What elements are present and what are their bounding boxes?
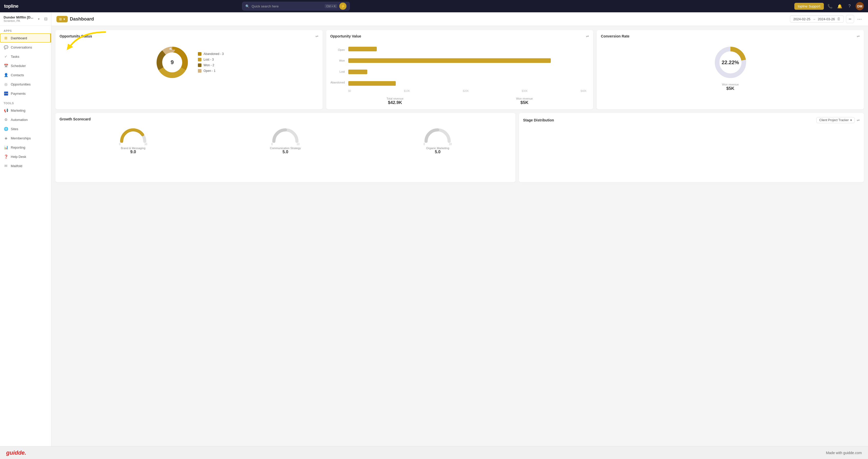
search-bar[interactable]: 🔍 Quick search here Ctrl + K ⚡ (242, 2, 350, 10)
sidebar-item-marketing[interactable]: 📢 Marketing (0, 106, 51, 115)
date-range-picker[interactable]: 2024-02-25 → 2024-03-26 🗓 (790, 16, 844, 23)
search-shortcut: Ctrl + K (325, 4, 337, 8)
sidebar-item-label-sites: Sites (11, 127, 18, 131)
layout-toggle-icon[interactable]: ⊟ (44, 17, 48, 21)
tools-section-label: Tools (0, 98, 51, 106)
opp-status-content: 9 Abandoned - 3 Lost - 3 (60, 42, 318, 83)
filter-icon-conversion[interactable]: ⇌ (857, 34, 860, 38)
workspace-switcher[interactable]: Dunder Mifflin [D... Scranton, PA ▾ ⊟ (0, 12, 51, 26)
legend-item-abandoned: Abandoned - 3 (198, 52, 224, 56)
sidebar-item-contacts[interactable]: 👤 Contacts (0, 70, 51, 80)
bar-lost (348, 69, 367, 74)
conversations-icon: 💬 (4, 45, 8, 50)
avatar[interactable]: DM (856, 2, 864, 10)
sidebar-item-scheduler[interactable]: 📅 Scheduler (0, 61, 51, 70)
contacts-icon: 👤 (4, 73, 8, 77)
bar-label-lost: Lost (330, 70, 347, 73)
sidebar-item-label-opportunities: Opportunities (11, 83, 31, 86)
dashboard-row-1: Opportunity Status ⇌ (56, 30, 864, 110)
memberships-icon: ◈ (4, 136, 8, 141)
filter-icon-stage[interactable]: ⇌ (857, 118, 860, 122)
donut-center-value: 9 (171, 59, 174, 66)
sidebar-item-reporting[interactable]: 📊 Reporting (0, 143, 51, 152)
x-label-10k: $10K (404, 90, 410, 92)
card-title-scorecard: Growth Scorecard (60, 117, 91, 121)
gauge-svg-comm (271, 127, 300, 143)
gauge-range-comm: 0 10 (271, 143, 300, 146)
legend-dot-lost (198, 58, 202, 61)
view-toggle-button[interactable]: ⊞ ▾ (57, 16, 68, 22)
sidebar-item-dashboard[interactable]: ⊞ Dashboard (0, 33, 51, 42)
gauge-organic-marketing: 0 10 Organic Marketing 5.0 (364, 127, 511, 154)
grid-icon: ⊞ (59, 17, 62, 21)
dashboard-row-2: Growth Scorecard 0 (56, 113, 864, 182)
main-content: ⊞ ▾ Dashboard 2024-02-25 → 2024-03-26 🗓 … (51, 12, 868, 459)
gauge-value-organic: 5.0 (435, 150, 440, 154)
bar-won (348, 58, 551, 63)
guidde-footer: guidde. Made with guidde.com (0, 446, 868, 459)
sidebar-item-sites[interactable]: 🌐 Sites (0, 124, 51, 133)
sidebar-item-memberships[interactable]: ◈ Memberships (0, 133, 51, 143)
breadcrumb-bar: ⊞ ▾ Dashboard 2024-02-25 → 2024-03-26 🗓 … (51, 12, 868, 26)
bar-chart-inner (330, 42, 589, 88)
marketing-icon: 📢 (4, 108, 8, 113)
card-growth-scorecard: Growth Scorecard 0 (56, 113, 515, 182)
mailfold-icon: ✉ (4, 163, 8, 168)
phone-icon[interactable]: 📞 (827, 3, 834, 10)
gauge-value-comm: 5.0 (283, 150, 288, 154)
conversion-footer: Won revenue $5K (722, 83, 739, 91)
card-conversion-rate: Conversion Rate ⇌ 22.22% (597, 30, 864, 110)
sidebar-item-helpdesk[interactable]: ❓ Help Desk (0, 152, 51, 161)
tasks-icon: ✓ (4, 54, 8, 59)
gauge-wrap-brand (119, 127, 147, 143)
calendar-icon: 🗓 (837, 17, 841, 21)
conversion-revenue-value: $5K (722, 86, 739, 91)
card-opportunity-value: Opportunity Value ⇌ Open Won Lost Abando… (326, 30, 593, 110)
sidebar-item-conversations[interactable]: 💬 Conversations (0, 42, 51, 52)
sidebar-item-mailfold[interactable]: ✉ Mailfold (0, 161, 51, 171)
reporting-icon: 📊 (4, 145, 8, 150)
date-start: 2024-02-25 (793, 17, 810, 21)
bar-chart-labels: Open Won Lost Abandoned (330, 44, 347, 88)
card-title-conversion: Conversion Rate (601, 34, 629, 38)
support-button[interactable]: topline Support (794, 3, 824, 10)
lightning-icon[interactable]: ⚡ (339, 3, 346, 10)
filter-icon-opp-value[interactable]: ⇌ (586, 34, 589, 38)
gauge-svg-brand (119, 127, 147, 143)
sidebar-item-opportunities[interactable]: ◎ Opportunities (0, 80, 51, 89)
card-title-stage: Stage Distribution (523, 118, 554, 122)
date-end: 2024-03-26 (818, 17, 835, 21)
sidebar-item-tasks[interactable]: ✓ Tasks (0, 52, 51, 61)
filter-icon-opp-status[interactable]: ⇌ (315, 34, 318, 38)
guidde-tagline: Made with guidde.com (826, 451, 862, 455)
card-title-opp-status: Opportunity Status (60, 34, 92, 38)
gauge-svg-organic (424, 127, 452, 143)
payments-icon: 🏧 (4, 91, 8, 96)
x-label-30k: $30K (522, 90, 528, 92)
total-revenue-block: Total revenue $42.9K (386, 97, 403, 105)
gauge-range-organic: 0 10 (424, 143, 452, 146)
won-revenue-label: Won revenue (516, 97, 533, 100)
legend-dot-open (198, 69, 202, 73)
gauge-label-organic: Organic Marketing (426, 147, 449, 150)
gauge-communication-strategy: 0 10 Communication Strategy 5.0 (212, 127, 359, 154)
sidebar-item-automation[interactable]: ⚙ Automation (0, 115, 51, 124)
total-revenue-value: $42.9K (386, 100, 403, 105)
sidebar-item-payments[interactable]: 🏧 Payments (0, 89, 51, 98)
stage-dropdown-label: Client Project Tracker (819, 118, 849, 122)
gauge-brand-messaging: 0 10 Brand & Messaging 9.0 (60, 127, 207, 154)
card-opportunity-status: Opportunity Status ⇌ (56, 30, 322, 110)
bar-abandoned (348, 81, 396, 86)
sidebar-item-label-mailfold: Mailfold (11, 164, 22, 168)
more-options-button[interactable]: ⋯ (856, 16, 863, 22)
bell-icon[interactable]: 🔔 (836, 3, 843, 10)
x-label-20k: $20K (463, 90, 469, 92)
total-revenue-label: Total revenue (386, 97, 403, 100)
stage-dropdown[interactable]: Client Project Tracker ▾ (816, 117, 855, 123)
edit-button[interactable]: ✏ (846, 15, 854, 23)
help-icon[interactable]: ? (846, 3, 853, 10)
gauge-range-brand: 0 10 (119, 143, 147, 146)
conversion-content: 22.22% Won revenue $5K (601, 42, 860, 94)
sidebar-item-label-payments: Payments (11, 92, 26, 95)
sidebar-item-label-conversations: Conversations (11, 45, 32, 49)
